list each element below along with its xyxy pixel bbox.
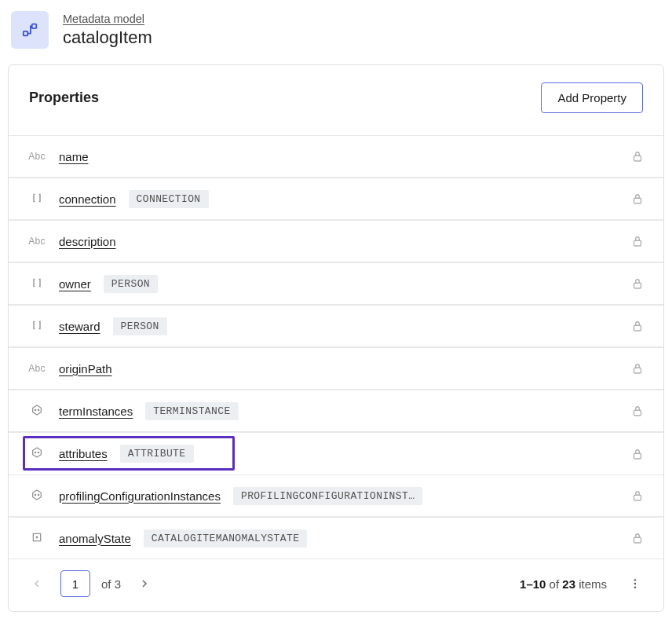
svg-rect-2 xyxy=(634,156,641,161)
svg-point-14 xyxy=(38,452,38,452)
text-type-icon: Abc xyxy=(28,151,45,162)
next-page-button[interactable] xyxy=(132,571,157,596)
property-name-link[interactable]: termInstances xyxy=(59,405,133,418)
property-row[interactable]: anomalyStateCATALOGITEMANOMALYSTATE xyxy=(9,517,663,559)
property-row[interactable]: attributesATTRIBUTE xyxy=(9,432,663,474)
page-input[interactable] xyxy=(60,570,90,597)
svg-rect-1 xyxy=(32,24,37,29)
svg-marker-16 xyxy=(33,490,42,500)
property-row[interactable]: AbcoriginPath xyxy=(9,347,663,390)
prev-page-button[interactable] xyxy=(24,571,49,596)
lock-icon xyxy=(630,489,645,503)
property-row[interactable]: ownerPERSON xyxy=(9,262,663,305)
property-name-link[interactable]: name xyxy=(59,150,89,163)
multi-reference-type-icon xyxy=(31,489,43,504)
property-name-link[interactable]: attributes xyxy=(59,447,108,460)
property-row[interactable]: termInstancesTERMINSTANCE xyxy=(9,390,663,432)
property-row[interactable]: connectionCONNECTION xyxy=(9,178,663,220)
model-icon xyxy=(11,11,49,49)
lock-icon xyxy=(630,447,645,461)
breadcrumb[interactable]: Metadata model xyxy=(63,13,152,25)
lock-icon xyxy=(630,192,645,206)
svg-rect-15 xyxy=(634,453,641,459)
svg-point-17 xyxy=(35,494,35,495)
reference-type-icon xyxy=(31,277,43,291)
property-row[interactable]: Abcdescription xyxy=(9,220,663,262)
page-of-label: of 3 xyxy=(101,577,121,591)
svg-point-24 xyxy=(634,583,636,584)
add-property-button[interactable]: Add Property xyxy=(541,82,643,113)
svg-point-21 xyxy=(36,537,38,538)
reference-type-icon xyxy=(31,319,43,334)
svg-rect-4 xyxy=(634,240,641,246)
lock-icon xyxy=(630,234,645,248)
svg-rect-3 xyxy=(634,198,641,203)
svg-marker-8 xyxy=(33,405,42,415)
text-type-icon: Abc xyxy=(28,236,45,247)
type-tag: PROFILINGCONFIGURATIONINST… xyxy=(233,487,422,505)
lock-icon xyxy=(630,531,645,545)
svg-marker-12 xyxy=(33,448,42,457)
svg-point-9 xyxy=(35,409,35,410)
page-title: catalogItem xyxy=(63,27,152,48)
type-tag: CATALOGITEMANOMALYSTATE xyxy=(144,529,308,548)
svg-point-13 xyxy=(35,452,35,452)
svg-point-10 xyxy=(38,409,38,410)
reference-type-icon xyxy=(31,192,43,207)
lock-icon xyxy=(630,319,645,333)
property-name-link[interactable]: originPath xyxy=(59,362,112,375)
svg-point-23 xyxy=(634,579,636,581)
property-list: AbcnameconnectionCONNECTIONAbcdescriptio… xyxy=(9,135,663,559)
text-type-icon: Abc xyxy=(28,363,45,374)
svg-point-25 xyxy=(634,586,636,588)
property-name-link[interactable]: anomalyState xyxy=(59,532,131,545)
property-name-link[interactable]: connection xyxy=(59,192,116,206)
property-row[interactable]: stewardPERSON xyxy=(9,305,663,347)
lock-icon xyxy=(630,404,645,418)
multi-reference-type-icon xyxy=(31,446,43,461)
property-name-link[interactable]: owner xyxy=(59,277,91,291)
svg-rect-11 xyxy=(634,410,641,416)
svg-rect-6 xyxy=(634,325,641,331)
card-title: Properties xyxy=(29,90,99,106)
type-tag: PERSON xyxy=(113,317,167,335)
lock-icon xyxy=(630,361,645,375)
svg-rect-22 xyxy=(634,537,641,543)
type-tag: CONNECTION xyxy=(129,190,209,208)
property-name-link[interactable]: description xyxy=(59,235,116,248)
lock-icon xyxy=(630,277,645,291)
svg-point-18 xyxy=(38,494,38,495)
svg-rect-7 xyxy=(634,368,641,373)
svg-rect-0 xyxy=(24,31,28,36)
property-name-link[interactable]: profilingConfigurationInstances xyxy=(59,489,221,503)
item-range-label: 1–10 of 23 items xyxy=(520,577,607,591)
single-reference-type-icon xyxy=(31,531,43,546)
lock-icon xyxy=(630,149,645,163)
pagination-menu-button[interactable] xyxy=(623,571,648,596)
multi-reference-type-icon xyxy=(31,404,43,419)
properties-card: Properties Add Property Abcnameconnectio… xyxy=(8,64,664,612)
type-tag: TERMINSTANCE xyxy=(145,402,238,420)
property-row[interactable]: profilingConfigurationInstancesPROFILING… xyxy=(9,474,663,517)
pagination: of 3 1–10 of 23 items xyxy=(9,559,663,611)
property-name-link[interactable]: steward xyxy=(59,320,100,333)
type-tag: PERSON xyxy=(104,275,158,293)
property-row[interactable]: Abcname xyxy=(9,135,663,178)
svg-rect-19 xyxy=(634,495,641,500)
type-tag: ATTRIBUTE xyxy=(120,445,194,463)
svg-rect-5 xyxy=(634,283,641,288)
